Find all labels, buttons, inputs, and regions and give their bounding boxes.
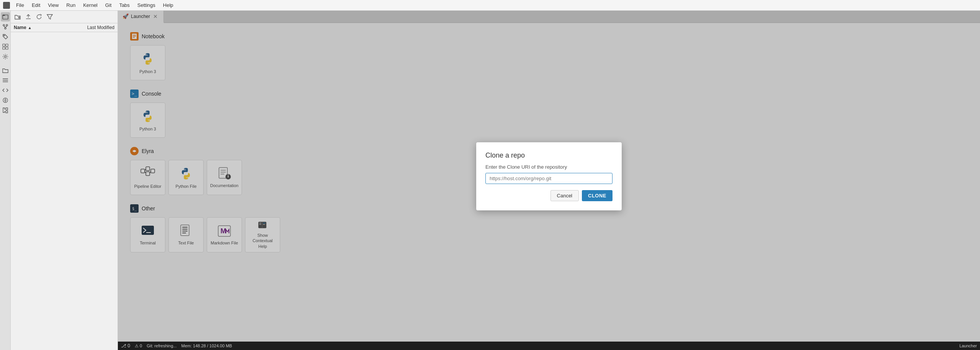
menu-git[interactable]: Git (102, 2, 115, 9)
refresh-button[interactable] (34, 12, 44, 21)
clone-repo-modal: Clone a repo Enter the Clone URI of the … (476, 142, 622, 210)
status-branch: ⎇ 0 (121, 343, 130, 348)
new-folder-button[interactable] (13, 12, 22, 21)
svg-point-7 (4, 35, 5, 36)
warning-icon: ⚠ 0 (135, 343, 142, 348)
sidebar-files-btn[interactable] (1, 12, 10, 21)
menu-tabs[interactable]: Tabs (116, 2, 132, 9)
launcher-status-label: Launcher (959, 343, 977, 348)
git-status-text: Git: refreshing... (147, 343, 176, 348)
upload-button[interactable] (24, 12, 33, 21)
sidebar-settings-btn[interactable] (1, 52, 10, 61)
status-warnings: ⚠ 0 (135, 343, 142, 348)
menu-kernel[interactable]: Kernel (80, 2, 101, 9)
sidebar-puzzle-btn[interactable] (1, 106, 10, 115)
modified-column-label: Last Modified (87, 25, 114, 30)
modal-title: Clone a repo (485, 151, 612, 160)
name-column-label: Name (14, 25, 26, 30)
sidebar-git-btn[interactable] (1, 22, 10, 31)
svg-rect-10 (3, 47, 5, 49)
sidebar-extensions-btn[interactable] (1, 96, 10, 105)
menu-file[interactable]: File (13, 2, 27, 9)
svg-point-4 (5, 28, 6, 29)
sidebar-data-btn[interactable] (1, 42, 10, 51)
modal-label: Enter the Clone URI of the repository (485, 164, 612, 170)
svg-rect-11 (6, 47, 8, 49)
svg-rect-15 (3, 81, 8, 82)
sidebar-list-btn[interactable] (1, 76, 10, 85)
app-logo (3, 2, 10, 9)
icon-sidebar (0, 11, 11, 350)
sidebar-tag-btn[interactable] (1, 32, 10, 41)
file-list (11, 32, 118, 350)
menu-settings[interactable]: Settings (134, 2, 158, 9)
svg-rect-14 (3, 80, 8, 81)
file-header: Name ▲ Last Modified (11, 23, 118, 32)
filter-button[interactable] (45, 12, 54, 21)
cancel-button[interactable]: Cancel (550, 190, 579, 201)
clone-button[interactable]: CLONE (582, 190, 612, 201)
svg-line-6 (5, 26, 7, 28)
svg-rect-9 (6, 44, 8, 46)
file-sidebar: Name ▲ Last Modified (11, 11, 118, 350)
svg-point-2 (3, 24, 5, 26)
menu-view[interactable]: View (45, 2, 62, 9)
svg-rect-13 (3, 78, 8, 79)
modal-overlay: Clone a repo Enter the Clone URI of the … (118, 11, 980, 342)
status-bar: ⎇ 0 ⚠ 0 Git: refreshing... Mem: 148.28 /… (118, 342, 980, 350)
svg-marker-24 (47, 15, 52, 19)
svg-point-17 (5, 99, 6, 101)
main-content: 🚀 Launcher ✕ Notebook (118, 11, 980, 350)
memory-text: Mem: 148.28 / 1024.00 MB (181, 343, 232, 348)
sidebar-folder-btn[interactable] (1, 66, 10, 75)
branch-indicator: ⎇ 0 (121, 343, 130, 348)
sort-arrow-icon: ▲ (28, 26, 32, 30)
svg-point-3 (6, 24, 8, 26)
svg-point-12 (4, 56, 6, 58)
file-toolbar (11, 11, 118, 23)
modal-buttons: Cancel CLONE (485, 190, 612, 201)
status-right-label: Launcher (959, 343, 977, 348)
svg-rect-8 (3, 44, 5, 46)
svg-line-5 (4, 26, 5, 28)
menubar: File Edit View Run Kernel Git Tabs Setti… (0, 0, 980, 11)
menu-help[interactable]: Help (160, 2, 176, 9)
menu-edit[interactable]: Edit (29, 2, 43, 9)
menu-run[interactable]: Run (63, 2, 78, 9)
main-layout: Name ▲ Last Modified 🚀 Launcher ✕ (0, 11, 980, 350)
clone-uri-input[interactable] (485, 173, 612, 184)
sidebar-code-btn[interactable] (1, 86, 10, 95)
